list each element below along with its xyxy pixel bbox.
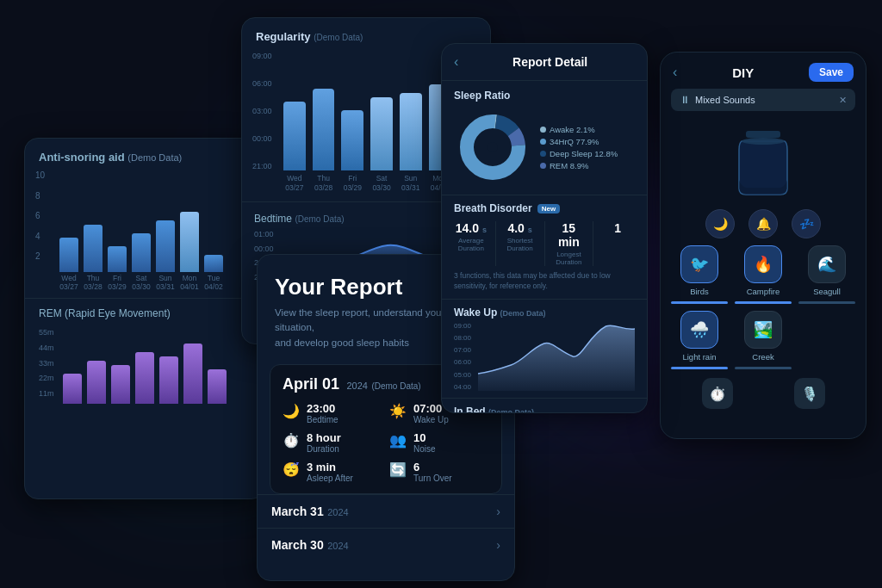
bar — [132, 233, 151, 272]
bar — [180, 212, 199, 272]
jar-container — [661, 120, 866, 206]
card-diy: ‹ DIY Save ⏸ Mixed Sounds ✕ 🌙 🔔 💤 🐦 Bird… — [660, 52, 866, 439]
sleep-ratio-title: Sleep Ratio — [454, 90, 635, 102]
rem-chart: 55m 44m 33m 22m 11m — [39, 326, 251, 404]
sound-seagull: 🌊 Seagull — [798, 245, 855, 304]
card-report-detail: ‹ Report Detail Sleep Ratio — [441, 43, 648, 413]
jar-svg — [729, 124, 798, 201]
detail-back-button[interactable]: ‹ — [454, 54, 458, 70]
birds-slider[interactable] — [671, 301, 728, 304]
rem-title: REM (Rapid Eye Movement) — [39, 307, 251, 319]
seagull-label: Seagull — [813, 287, 841, 296]
diy-timer-button[interactable]: ⏱️ — [702, 378, 733, 409]
rem-bar — [87, 361, 106, 404]
detail-header: ‹ Report Detail — [442, 44, 647, 81]
breath-note: 3 functions, this data may be affected d… — [454, 271, 635, 292]
inbed-title: In Bed (Demo Data) — [454, 405, 635, 413]
jar-moon-button[interactable]: 🌙 — [705, 209, 735, 238]
campfire-slider[interactable] — [735, 301, 792, 304]
creek-slider[interactable] — [735, 367, 792, 369]
stat-noise: 👥 10 Noise — [389, 431, 489, 454]
svg-point-7 — [742, 138, 785, 145]
breath-section: Breath Disorder New 14.0 s AverageDurati… — [442, 195, 647, 299]
campfire-button[interactable]: 🔥 — [744, 245, 782, 283]
rem-bar — [135, 352, 154, 404]
breath-stat-avg: 14.0 s AverageDuration — [454, 221, 488, 266]
diy-bottom-row: ⏱️ 🎙️ — [661, 369, 866, 414]
breath-title: Breath Disorder New — [454, 202, 635, 214]
creek-label: Creek — [752, 352, 773, 362]
rem-bar — [111, 365, 130, 404]
pause-icon[interactable]: ⏸ — [680, 94, 690, 106]
inbed-section: In Bed (Demo Data) 12h 10h 8h 6h — [442, 398, 647, 413]
breath-divider — [495, 221, 496, 266]
reg-bar — [341, 110, 363, 170]
stat-asleep: 😴 3 min Asleep After — [283, 461, 382, 483]
sound-birds: 🐦 Birds — [671, 245, 728, 304]
seagull-slider[interactable] — [798, 301, 855, 304]
light-dot — [540, 139, 546, 145]
seagull-button[interactable]: 🌊 — [808, 245, 846, 283]
bar-group — [180, 212, 199, 272]
detail-title: Report Detail — [465, 55, 635, 69]
birds-button[interactable]: 🐦 — [680, 245, 718, 283]
reg-bar — [400, 93, 422, 170]
bar-group — [156, 220, 175, 272]
breath-stat-long: 15 min LongestDuration — [552, 221, 587, 266]
wakeup-chart: 09:00 08:00 07:00 06:00 05:00 04:00 — [454, 322, 635, 391]
reg-bar — [283, 102, 306, 170]
stat-duration: ⏱️ 8 hour Duration — [283, 431, 382, 454]
diy-back-button[interactable]: ‹ — [673, 65, 677, 80]
svg-rect-6 — [746, 131, 780, 138]
snoring-chart: 10 8 6 4 2 — [25, 169, 264, 298]
snoring-bars — [59, 169, 254, 272]
rem-y-axis: 55m 44m 33m 22m 11m — [39, 326, 59, 404]
rem-bar — [208, 369, 227, 404]
bar-group — [108, 246, 127, 272]
wakeup-section: Wake Up (Demo Data) 09:00 08:00 07:00 06… — [442, 299, 647, 398]
bedtime-icon: 🌙 — [283, 403, 300, 419]
deep-dot — [540, 151, 546, 157]
duration-icon: ⏱️ — [283, 432, 300, 449]
wakeup-title: Wake Up (Demo Data) — [454, 306, 635, 319]
snoring-title: Anti-snoring aid (Demo Data) — [25, 139, 264, 169]
sound-grid: 🐦 Birds 🔥 Campfire 🌊 Seagull 🌧️ Light ra… — [661, 245, 866, 369]
jar-bell-button[interactable]: 🔔 — [748, 209, 778, 238]
diy-save-button[interactable]: Save — [809, 63, 854, 82]
turnover-icon: 🔄 — [389, 461, 407, 478]
rain-button[interactable]: 🌧️ — [680, 311, 718, 349]
reg-y-axis: 09:00 06:00 03:00 00:00 21:00 — [252, 50, 280, 170]
diy-mic-button[interactable]: 🎙️ — [794, 378, 825, 409]
rain-label: Light rain — [682, 352, 716, 362]
breath-stat-count: 1 — [600, 221, 635, 266]
breath-divider2 — [544, 221, 545, 266]
breath-stats: 14.0 s AverageDuration 4.0 s ShortestDur… — [454, 221, 635, 266]
awake-dot — [540, 127, 546, 133]
jar-zzz-button[interactable]: 💤 — [792, 209, 821, 238]
sound-name-label: Mixed Sounds — [695, 95, 834, 105]
jar-icons-row: 🌙 🔔 💤 — [661, 209, 866, 238]
legend-awake: Awake 2.1% — [540, 125, 618, 134]
bar — [59, 238, 78, 272]
sleep-donut-chart — [454, 108, 531, 186]
bar-group — [132, 233, 151, 272]
legend-light: 34HrQ 77.9% — [540, 137, 618, 146]
sleep-ratio-section: Sleep Ratio Awak — [442, 81, 647, 195]
chevron-march31: › — [496, 504, 500, 518]
bar-group — [84, 225, 102, 272]
rain-slider[interactable] — [671, 367, 728, 369]
rem-dot — [540, 163, 546, 169]
legend-deep: Deep Sleep 12.8% — [540, 149, 618, 158]
sound-close-button[interactable]: ✕ — [839, 95, 847, 106]
reg-bar — [313, 89, 335, 170]
bar — [108, 246, 127, 272]
report-list-item-march31[interactable]: March 31 2024 › — [258, 494, 514, 528]
sleep-legend: Awake 2.1% 34HrQ 77.9% Deep Sleep 12.8% … — [540, 125, 618, 170]
wakeup-icon: ☀️ — [389, 403, 407, 419]
wakeup-line — [478, 322, 635, 391]
creek-button[interactable]: 🏞️ — [744, 311, 782, 349]
sound-rain: 🌧️ Light rain — [671, 311, 728, 369]
report-list-item-march30[interactable]: March 30 2024 › — [258, 528, 514, 561]
breath-divider3 — [593, 221, 593, 266]
card-snoring: Anti-snoring aid (Demo Data) 10 8 6 4 2 — [24, 138, 265, 499]
